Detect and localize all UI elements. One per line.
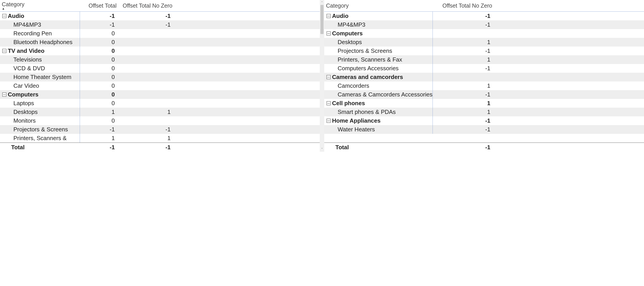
offset-total-cell: 0 (80, 82, 116, 89)
category-cell[interactable]: Projectors & Screens (324, 47, 433, 55)
matrix-right-body[interactable]: Audio-1MP4&MP3-1ComputersDesktops1Projec… (324, 12, 644, 142)
table-row[interactable]: Car Video0 (0, 81, 320, 90)
collapse-icon[interactable] (326, 101, 331, 105)
col-header-offset-total-no-zero[interactable]: Offset Total No Zero (434, 3, 494, 9)
col-header-offset-total-no-zero[interactable]: Offset Total No Zero (118, 3, 174, 9)
row-label: MP4&MP3 (14, 21, 41, 28)
collapse-icon[interactable] (326, 31, 331, 36)
scroll-down-icon[interactable]: ˅ (320, 148, 324, 151)
offset-total-no-zero-cell: 1 (433, 56, 492, 63)
matrix-left-header[interactable]: Category ▲ Offset Total Offset Total No … (0, 0, 320, 12)
category-cell[interactable]: Cell phones (324, 99, 433, 108)
table-row[interactable]: Desktops1 (324, 38, 644, 47)
category-cell[interactable]: Cameras & Camcorders Accessories (324, 90, 433, 99)
offset-total-cell: -1 (80, 13, 116, 20)
category-cell[interactable]: Bluetooth Headphones (0, 38, 80, 47)
table-row[interactable]: MP4&MP3-1 (324, 20, 644, 29)
offset-total-cell: 0 (80, 74, 116, 81)
group-row[interactable]: Audio-1-1 (0, 12, 320, 20)
category-cell[interactable]: Computers Accessories (324, 64, 433, 73)
group-row[interactable]: Computers (324, 29, 644, 38)
category-cell[interactable]: MP4&MP3 (0, 20, 80, 29)
collapse-icon[interactable] (326, 75, 331, 79)
collapse-icon[interactable] (2, 49, 6, 53)
category-cell[interactable]: VCD & DVD (0, 64, 80, 73)
category-cell[interactable]: Printers, Scanners & (0, 134, 80, 142)
scroll-up-icon[interactable]: ˄ (320, 1, 324, 5)
col-header-category[interactable]: Category ▲ (2, 1, 82, 10)
category-cell[interactable]: Smart phones & PDAs (324, 108, 433, 116)
category-cell[interactable]: Televisions (0, 55, 80, 64)
table-row[interactable]: Water Heaters-1 (324, 125, 644, 134)
table-row[interactable]: Projectors & Screens-1-1 (0, 125, 320, 134)
table-row[interactable]: Cameras & Camcorders Accessories-1 (324, 90, 644, 99)
total-offset-total-no-zero: -1 (116, 144, 172, 151)
table-row[interactable]: Laptops0 (0, 99, 320, 108)
collapse-icon[interactable] (2, 14, 6, 18)
table-row[interactable]: Smart phones & PDAs1 (324, 108, 644, 116)
category-cell[interactable]: Desktops (324, 38, 433, 47)
table-row[interactable]: MP4&MP3-1-1 (0, 20, 320, 29)
table-row[interactable]: Printers, Scanners &11 (0, 134, 320, 142)
matrix-left-body[interactable]: Audio-1-1MP4&MP3-1-1Recording Pen0Blueto… (0, 12, 320, 142)
table-row[interactable]: Desktops11 (0, 108, 320, 116)
matrix-left-total-row: Total -1 -1 (0, 142, 320, 152)
category-cell[interactable]: Computers (324, 29, 433, 38)
category-cell[interactable]: TV and Video (0, 47, 80, 55)
group-row[interactable]: Computers0 (0, 90, 320, 99)
category-cell[interactable]: Cameras and camcorders (324, 73, 433, 81)
offset-total-cell: 0 (80, 39, 116, 46)
table-row[interactable]: Computers Accessories-1 (324, 64, 644, 73)
matrix-left-scrollbar[interactable]: ˄ ˅ (320, 0, 324, 152)
matrix-left[interactable]: Category ▲ Offset Total Offset Total No … (0, 0, 320, 152)
collapse-icon[interactable] (2, 92, 6, 97)
category-cell[interactable]: Desktops (0, 108, 80, 116)
offset-total-no-zero-cell: -1 (433, 21, 492, 28)
category-cell[interactable]: Monitors (0, 116, 80, 125)
table-row[interactable]: Recording Pen0 (0, 29, 320, 38)
category-cell[interactable]: Laptops (0, 99, 80, 108)
offset-total-no-zero-cell: -1 (433, 91, 492, 98)
collapse-icon[interactable] (326, 119, 331, 123)
offset-total-no-zero-cell: 1 (116, 135, 172, 142)
group-row[interactable]: Cell phones1 (324, 99, 644, 108)
table-row[interactable]: Home Theater System0 (0, 73, 320, 81)
category-cell[interactable]: Printers, Scanners & Fax (324, 55, 433, 64)
table-row[interactable]: Bluetooth Headphones0 (0, 38, 320, 47)
row-label: Computers Accessories (338, 65, 398, 72)
col-header-offset-total-label: Offset Total (88, 3, 116, 9)
col-header-offset-total-no-zero-label: Offset Total No Zero (122, 3, 172, 9)
table-row[interactable]: Televisions0 (0, 55, 320, 64)
col-header-category-label: Category (326, 3, 348, 9)
category-cell[interactable]: Water Heaters (324, 125, 433, 134)
group-row[interactable]: Home Appliances-1 (324, 116, 644, 125)
offset-total-no-zero-cell: -1 (433, 117, 492, 124)
table-row[interactable]: Printers, Scanners & Fax1 (324, 55, 644, 64)
group-row[interactable]: TV and Video0 (0, 47, 320, 55)
matrix-right[interactable]: Category Offset Total No Zero Audio-1MP4… (324, 0, 644, 152)
table-row[interactable]: VCD & DVD0 (0, 64, 320, 73)
table-row[interactable]: Projectors & Screens-1 (324, 47, 644, 55)
table-row[interactable]: Camcorders1 (324, 81, 644, 90)
category-cell[interactable]: MP4&MP3 (324, 20, 433, 29)
category-cell[interactable]: Computers (0, 90, 80, 99)
category-cell[interactable]: Recording Pen (0, 29, 80, 38)
category-cell[interactable]: Home Theater System (0, 73, 80, 81)
group-row[interactable]: Audio-1 (324, 12, 644, 20)
category-cell[interactable]: Camcorders (324, 81, 433, 90)
category-cell[interactable]: Audio (0, 12, 80, 20)
group-row[interactable]: Cameras and camcorders (324, 73, 644, 81)
row-label: Monitors (14, 117, 36, 124)
category-cell[interactable]: Audio (324, 12, 433, 20)
row-label: Cameras & Camcorders Accessories (338, 91, 432, 98)
table-row[interactable]: Monitors0 (0, 116, 320, 125)
matrix-right-header[interactable]: Category Offset Total No Zero (324, 0, 644, 12)
col-header-category[interactable]: Category (326, 3, 434, 9)
category-cell[interactable]: Car Video (0, 81, 80, 90)
collapse-icon[interactable] (326, 14, 331, 18)
category-cell[interactable]: Projectors & Screens (0, 125, 80, 134)
matrix-right-total-row: Total -1 (324, 142, 644, 152)
scrollbar-thumb[interactable] (320, 5, 324, 34)
col-header-offset-total[interactable]: Offset Total (82, 3, 118, 9)
category-cell[interactable]: Home Appliances (324, 116, 433, 125)
